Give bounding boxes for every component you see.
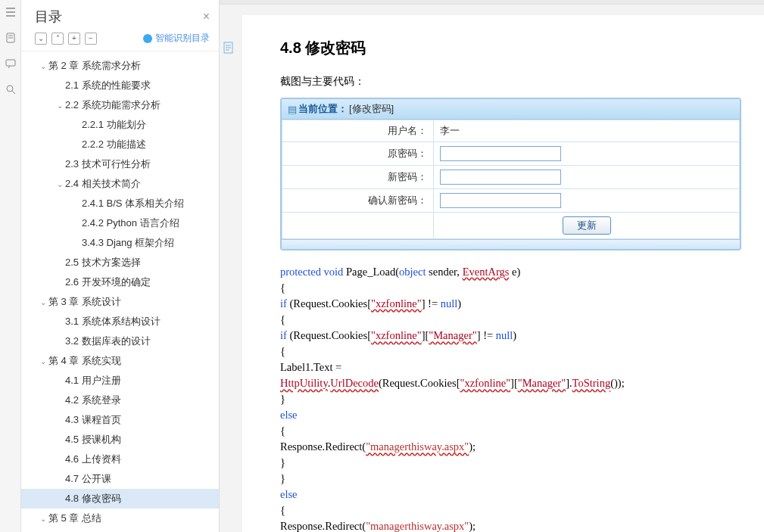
form-footer-bar xyxy=(282,239,740,249)
toc-item[interactable]: 2.2.2 功能描述 xyxy=(21,135,219,154)
toc-item[interactable]: 5.1 系统主要特色 xyxy=(21,528,219,532)
svg-point-2 xyxy=(7,86,13,92)
doc-icon: ▤ xyxy=(288,104,297,115)
toc-item[interactable]: 2.3 技术可行性分析 xyxy=(21,154,219,174)
comment-icon[interactable] xyxy=(5,58,17,70)
toc-item[interactable]: 4.5 授课机构 xyxy=(21,430,219,450)
expand-up-button[interactable]: ˄ xyxy=(51,33,64,45)
toc-item-label: 第 5 章 总结 xyxy=(48,512,101,525)
toc-item[interactable]: ⌄第 3 章 系统设计 xyxy=(21,292,219,312)
smart-toc-button[interactable]: 智能识别目录 xyxy=(143,32,210,45)
toc-item-label: 2.2 系统功能需求分析 xyxy=(65,98,161,112)
chevron-down-icon: ⌄ xyxy=(38,515,48,523)
toc-item-label: 4.7 公开课 xyxy=(65,472,111,486)
toc-item[interactable]: 4.7 公开课 xyxy=(21,469,219,489)
chevron-down-icon: ⌄ xyxy=(38,298,48,306)
newpwd-input[interactable] xyxy=(440,170,561,185)
toc-item-label: 4.3 课程首页 xyxy=(65,413,121,427)
toc-sidebar: 目录 × ⌄ ˄ + − 智能识别目录 ⌄第 2 章 系统需求分析2.1 系统的… xyxy=(21,0,220,532)
section-subhead: 截图与主要代码： xyxy=(280,75,741,89)
username-value: 李一 xyxy=(434,120,740,142)
smart-toc-icon xyxy=(143,34,152,43)
search-icon[interactable] xyxy=(5,83,17,95)
page-type-icon xyxy=(223,42,235,58)
toc-item-label: 2.6 开发环境的确定 xyxy=(65,275,151,289)
page-gap xyxy=(220,0,764,5)
toc-item-label: 2.5 技术方案选择 xyxy=(65,256,141,269)
toc-item[interactable]: 2.1 系统的性能要求 xyxy=(21,76,219,95)
sidebar-title: 目录 xyxy=(35,8,62,26)
toc-item-label: 2.2.2 功能描述 xyxy=(82,138,146,151)
menu-icon[interactable] xyxy=(5,6,17,18)
toc-item[interactable]: 2.2.1 功能划分 xyxy=(21,115,219,135)
toc-item-label: 第 4 章 系统实现 xyxy=(48,354,121,368)
chevron-down-icon: ⌄ xyxy=(38,62,48,70)
toc-item-label: 2.4 相关技术简介 xyxy=(65,177,141,191)
newpwd-label: 新密码： xyxy=(282,166,434,189)
chevron-down-icon: ⌄ xyxy=(38,357,48,366)
bookmark-icon[interactable] xyxy=(5,32,17,44)
close-icon[interactable]: × xyxy=(203,10,210,23)
toc-item-label: 3.2 数据库表的设计 xyxy=(65,334,151,348)
document-page: 4.8 修改密码 截图与主要代码： ▤ 当前位置：[修改密码] 用户名： 李一 … xyxy=(242,15,764,532)
chevron-down-icon: ⌄ xyxy=(55,101,65,110)
toc-item-label: 3.1 系统体系结构设计 xyxy=(65,315,161,328)
toc-item-label: 3.4.3 Djang 框架介绍 xyxy=(82,236,174,250)
oldpwd-label: 原密码： xyxy=(282,142,434,166)
toc-item[interactable]: 2.4.2 Python 语言介绍 xyxy=(21,213,219,233)
toc-item[interactable]: 4.2 系统登录 xyxy=(21,390,219,410)
code-block: protected void Page_Load(object sender, … xyxy=(280,264,741,532)
toc-item-label: 4.5 授课机构 xyxy=(65,433,121,446)
toc-item[interactable]: ⌄2.2 系统功能需求分析 xyxy=(21,95,219,115)
toc-item-label: 2.2.1 功能划分 xyxy=(82,118,146,132)
toc-item[interactable]: 2.6 开发环境的确定 xyxy=(21,272,219,292)
confirm-label: 确认新密码： xyxy=(282,189,434,213)
toc-tree: ⌄第 2 章 系统需求分析2.1 系统的性能要求⌄2.2 系统功能需求分析2.2… xyxy=(21,51,219,532)
toc-item[interactable]: ⌄第 4 章 系统实现 xyxy=(21,351,219,371)
section-heading: 4.8 修改密码 xyxy=(280,38,741,58)
toc-item[interactable]: 4.1 用户注册 xyxy=(21,371,219,390)
update-button[interactable]: 更新 xyxy=(563,216,611,235)
toc-item[interactable]: ⌄2.4 相关技术简介 xyxy=(21,174,219,194)
toc-item-label: 2.4.2 Python 语言介绍 xyxy=(82,216,179,230)
toc-item-label: 4.6 上传资料 xyxy=(65,453,121,466)
toc-item-label: 2.4.1 B/S 体系相关介绍 xyxy=(82,197,184,210)
toc-item-label: 4.2 系统登录 xyxy=(65,394,121,407)
toc-item[interactable]: ⌄第 5 章 总结 xyxy=(21,509,219,528)
toc-item-label: 第 3 章 系统设计 xyxy=(48,295,121,309)
document-viewport[interactable]: 4.8 修改密码 截图与主要代码： ▤ 当前位置：[修改密码] 用户名： 李一 … xyxy=(220,0,764,532)
breadcrumb-value: [修改密码] xyxy=(349,102,394,116)
toc-item[interactable]: 4.8 修改密码 xyxy=(21,489,219,509)
oldpwd-input[interactable] xyxy=(440,146,561,161)
toc-item[interactable]: 2.4.1 B/S 体系相关介绍 xyxy=(21,194,219,213)
toc-item[interactable]: 3.2 数据库表的设计 xyxy=(21,331,219,351)
toc-item-label: 4.8 修改密码 xyxy=(65,492,121,506)
toc-item-label: 2.1 系统的性能要求 xyxy=(65,79,151,92)
toc-item[interactable]: 3.1 系统体系结构设计 xyxy=(21,312,219,331)
breadcrumb-bar: ▤ 当前位置：[修改密码] xyxy=(282,99,740,120)
zoom-in-button[interactable]: + xyxy=(68,33,80,45)
toc-item[interactable]: ⌄第 2 章 系统需求分析 xyxy=(21,56,219,76)
confirm-input[interactable] xyxy=(440,193,561,208)
toc-item-label: 第 2 章 系统需求分析 xyxy=(48,59,141,73)
toc-item[interactable]: 2.5 技术方案选择 xyxy=(21,253,219,272)
zoom-out-button[interactable]: − xyxy=(85,33,97,45)
toc-item[interactable]: 3.4.3 Djang 框架介绍 xyxy=(21,233,219,253)
chevron-down-icon: ⌄ xyxy=(55,180,65,188)
toc-item[interactable]: 4.3 课程首页 xyxy=(21,410,219,430)
toc-item-label: 4.1 用户注册 xyxy=(65,374,121,387)
left-rail xyxy=(0,0,21,532)
screenshot-form: ▤ 当前位置：[修改密码] 用户名： 李一 原密码： 新密码： xyxy=(280,98,741,250)
breadcrumb-label: 当前位置： xyxy=(298,102,348,116)
toc-item[interactable]: 4.6 上传资料 xyxy=(21,450,219,469)
svg-rect-1 xyxy=(6,60,15,66)
username-label: 用户名： xyxy=(282,120,434,142)
smart-toc-label: 智能识别目录 xyxy=(155,32,210,45)
toc-item-label: 2.3 技术可行性分析 xyxy=(65,157,151,171)
collapse-all-button[interactable]: ⌄ xyxy=(35,33,47,45)
